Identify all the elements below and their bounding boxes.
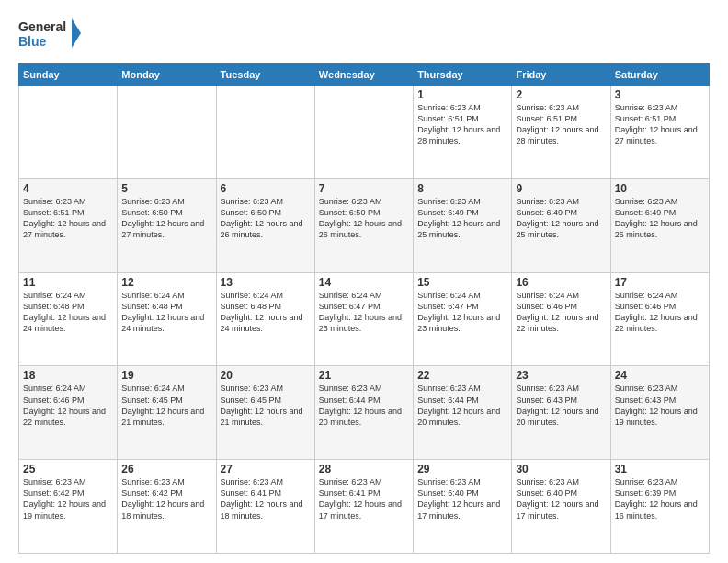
day-info: Sunrise: 6:23 AM Sunset: 6:50 PM Dayligh…: [121, 196, 211, 241]
calendar-cell-0-4: 1Sunrise: 6:23 AM Sunset: 6:51 PM Daylig…: [414, 86, 512, 179]
day-info: Sunrise: 6:23 AM Sunset: 6:42 PM Dayligh…: [121, 477, 211, 522]
day-info: Sunrise: 6:23 AM Sunset: 6:51 PM Dayligh…: [516, 102, 606, 147]
day-info: Sunrise: 6:23 AM Sunset: 6:39 PM Dayligh…: [615, 477, 705, 522]
day-info: Sunrise: 6:24 AM Sunset: 6:47 PM Dayligh…: [319, 290, 409, 335]
calendar-cell-4-3: 28Sunrise: 6:23 AM Sunset: 6:41 PM Dayli…: [314, 460, 413, 554]
day-number: 29: [417, 463, 507, 476]
day-number: 26: [121, 463, 211, 476]
day-info: Sunrise: 6:23 AM Sunset: 6:49 PM Dayligh…: [615, 196, 705, 241]
calendar-cell-3-2: 20Sunrise: 6:23 AM Sunset: 6:45 PM Dayli…: [216, 366, 314, 460]
day-number: 10: [615, 182, 705, 195]
day-info: Sunrise: 6:23 AM Sunset: 6:43 PM Dayligh…: [516, 383, 606, 428]
day-number: 14: [319, 276, 409, 289]
day-info: Sunrise: 6:23 AM Sunset: 6:44 PM Dayligh…: [417, 383, 507, 428]
calendar-cell-0-0: [19, 86, 118, 179]
day-number: 23: [516, 369, 606, 382]
day-number: 30: [516, 463, 606, 476]
day-number: 17: [615, 276, 705, 289]
day-info: Sunrise: 6:23 AM Sunset: 6:41 PM Dayligh…: [221, 477, 311, 522]
calendar-cell-1-3: 7Sunrise: 6:23 AM Sunset: 6:50 PM Daylig…: [314, 178, 413, 272]
calendar-cell-2-4: 15Sunrise: 6:24 AM Sunset: 6:47 PM Dayli…: [414, 272, 512, 366]
day-number: 7: [319, 182, 409, 195]
day-info: Sunrise: 6:23 AM Sunset: 6:49 PM Dayligh…: [516, 196, 606, 241]
day-info: Sunrise: 6:24 AM Sunset: 6:46 PM Dayligh…: [23, 383, 113, 428]
day-number: 20: [221, 369, 311, 382]
col-header-thursday: Thursday: [414, 64, 512, 86]
logo-svg: General Blue: [18, 15, 83, 56]
calendar-cell-3-4: 22Sunrise: 6:23 AM Sunset: 6:44 PM Dayli…: [414, 366, 512, 460]
day-number: 6: [221, 182, 311, 195]
calendar-cell-0-5: 2Sunrise: 6:23 AM Sunset: 6:51 PM Daylig…: [512, 86, 610, 179]
calendar-cell-4-5: 30Sunrise: 6:23 AM Sunset: 6:40 PM Dayli…: [512, 460, 610, 554]
calendar-cell-1-2: 6Sunrise: 6:23 AM Sunset: 6:50 PM Daylig…: [216, 178, 314, 272]
week-row-1: 1Sunrise: 6:23 AM Sunset: 6:51 PM Daylig…: [19, 86, 710, 179]
day-number: 9: [516, 182, 606, 195]
day-info: Sunrise: 6:23 AM Sunset: 6:45 PM Dayligh…: [221, 383, 311, 428]
week-row-4: 18Sunrise: 6:24 AM Sunset: 6:46 PM Dayli…: [19, 366, 710, 460]
day-info: Sunrise: 6:23 AM Sunset: 6:51 PM Dayligh…: [615, 102, 705, 147]
calendar-cell-3-3: 21Sunrise: 6:23 AM Sunset: 6:44 PM Dayli…: [314, 366, 413, 460]
calendar-cell-1-5: 9Sunrise: 6:23 AM Sunset: 6:49 PM Daylig…: [512, 178, 610, 272]
calendar-cell-4-1: 26Sunrise: 6:23 AM Sunset: 6:42 PM Dayli…: [118, 460, 216, 554]
calendar-cell-1-1: 5Sunrise: 6:23 AM Sunset: 6:50 PM Daylig…: [118, 178, 216, 272]
header: General Blue: [18, 15, 710, 56]
calendar-table: SundayMondayTuesdayWednesdayThursdayFrid…: [18, 63, 710, 554]
col-header-sunday: Sunday: [19, 64, 118, 86]
day-number: 15: [417, 276, 507, 289]
calendar-cell-2-2: 13Sunrise: 6:24 AM Sunset: 6:48 PM Dayli…: [216, 272, 314, 366]
day-info: Sunrise: 6:23 AM Sunset: 6:51 PM Dayligh…: [23, 196, 113, 241]
day-number: 25: [23, 463, 113, 476]
calendar-cell-2-6: 17Sunrise: 6:24 AM Sunset: 6:46 PM Dayli…: [610, 272, 709, 366]
col-header-tuesday: Tuesday: [216, 64, 314, 86]
col-header-monday: Monday: [118, 64, 216, 86]
calendar-cell-1-6: 10Sunrise: 6:23 AM Sunset: 6:49 PM Dayli…: [610, 178, 709, 272]
day-info: Sunrise: 6:24 AM Sunset: 6:45 PM Dayligh…: [121, 383, 211, 428]
calendar-cell-4-6: 31Sunrise: 6:23 AM Sunset: 6:39 PM Dayli…: [610, 460, 709, 554]
day-number: 31: [615, 463, 705, 476]
day-info: Sunrise: 6:24 AM Sunset: 6:46 PM Dayligh…: [615, 290, 705, 335]
day-info: Sunrise: 6:24 AM Sunset: 6:48 PM Dayligh…: [221, 290, 311, 335]
logo: General Blue: [18, 15, 83, 56]
calendar-cell-2-3: 14Sunrise: 6:24 AM Sunset: 6:47 PM Dayli…: [314, 272, 413, 366]
calendar-cell-3-0: 18Sunrise: 6:24 AM Sunset: 6:46 PM Dayli…: [19, 366, 118, 460]
day-number: 8: [417, 182, 507, 195]
week-row-5: 25Sunrise: 6:23 AM Sunset: 6:42 PM Dayli…: [19, 460, 710, 554]
day-number: 28: [319, 463, 409, 476]
calendar-cell-0-6: 3Sunrise: 6:23 AM Sunset: 6:51 PM Daylig…: [610, 86, 709, 179]
day-number: 13: [221, 276, 311, 289]
day-number: 19: [121, 369, 211, 382]
day-info: Sunrise: 6:23 AM Sunset: 6:44 PM Dayligh…: [319, 383, 409, 428]
day-number: 21: [319, 369, 409, 382]
day-info: Sunrise: 6:23 AM Sunset: 6:41 PM Dayligh…: [319, 477, 409, 522]
day-info: Sunrise: 6:23 AM Sunset: 6:40 PM Dayligh…: [516, 477, 606, 522]
calendar-cell-0-1: [118, 86, 216, 179]
day-info: Sunrise: 6:23 AM Sunset: 6:49 PM Dayligh…: [417, 196, 507, 241]
day-info: Sunrise: 6:24 AM Sunset: 6:48 PM Dayligh…: [121, 290, 211, 335]
day-number: 24: [615, 369, 705, 382]
calendar-cell-0-2: [216, 86, 314, 179]
calendar-cell-1-0: 4Sunrise: 6:23 AM Sunset: 6:51 PM Daylig…: [19, 178, 118, 272]
day-info: Sunrise: 6:24 AM Sunset: 6:47 PM Dayligh…: [417, 290, 507, 335]
day-number: 27: [221, 463, 311, 476]
week-row-2: 4Sunrise: 6:23 AM Sunset: 6:51 PM Daylig…: [19, 178, 710, 272]
week-row-3: 11Sunrise: 6:24 AM Sunset: 6:48 PM Dayli…: [19, 272, 710, 366]
col-header-saturday: Saturday: [610, 64, 709, 86]
day-info: Sunrise: 6:23 AM Sunset: 6:51 PM Dayligh…: [417, 102, 507, 147]
calendar-header-row: SundayMondayTuesdayWednesdayThursdayFrid…: [19, 64, 710, 86]
day-number: 1: [417, 88, 507, 101]
day-info: Sunrise: 6:24 AM Sunset: 6:46 PM Dayligh…: [516, 290, 606, 335]
page: General Blue SundayMondayTuesdayWednesda…: [0, 0, 728, 563]
calendar-cell-3-1: 19Sunrise: 6:24 AM Sunset: 6:45 PM Dayli…: [118, 366, 216, 460]
calendar-cell-4-2: 27Sunrise: 6:23 AM Sunset: 6:41 PM Dayli…: [216, 460, 314, 554]
day-number: 22: [417, 369, 507, 382]
col-header-friday: Friday: [512, 64, 610, 86]
svg-text:General: General: [18, 19, 66, 34]
day-number: 18: [23, 369, 113, 382]
col-header-wednesday: Wednesday: [314, 64, 413, 86]
day-number: 16: [516, 276, 606, 289]
calendar-cell-0-3: [314, 86, 413, 179]
day-info: Sunrise: 6:23 AM Sunset: 6:50 PM Dayligh…: [221, 196, 311, 241]
day-number: 11: [23, 276, 113, 289]
calendar-cell-1-4: 8Sunrise: 6:23 AM Sunset: 6:49 PM Daylig…: [414, 178, 512, 272]
day-number: 2: [516, 88, 606, 101]
